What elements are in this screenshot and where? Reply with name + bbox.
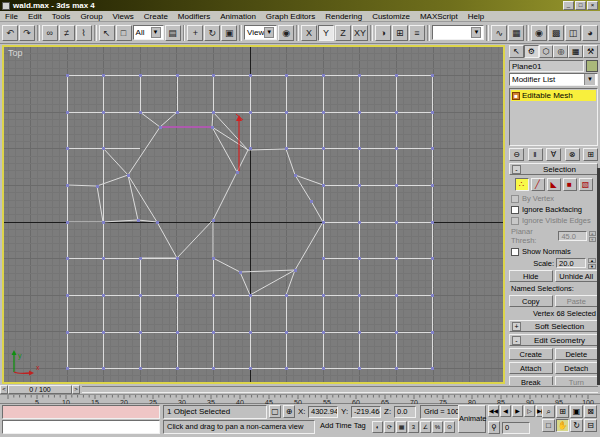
expand-icon[interactable]: + bbox=[512, 322, 521, 331]
x-coord-field[interactable]: 4302.948 bbox=[308, 406, 338, 418]
show-end-result-button[interactable]: ǁ bbox=[528, 148, 543, 161]
select-object-icon[interactable]: ↖ bbox=[99, 25, 115, 41]
use-pivot-point-icon[interactable]: ◉ bbox=[278, 25, 294, 41]
detach-button[interactable]: Detach bbox=[555, 362, 599, 374]
edit-geometry-header[interactable]: - Edit Geometry bbox=[509, 334, 598, 346]
selection-lock-icon[interactable]: ▢ bbox=[269, 405, 281, 418]
zoom-extents-icon[interactable]: ▣ bbox=[570, 405, 583, 418]
tab-motion[interactable]: ◎ bbox=[553, 45, 568, 58]
vertex-mode-button[interactable]: ∴ bbox=[515, 178, 529, 191]
menu-rendering[interactable]: Rendering bbox=[320, 12, 367, 21]
menu-maxscript[interactable]: MAXScript bbox=[415, 12, 463, 21]
maxscript-mini-listener-white[interactable] bbox=[2, 420, 160, 434]
maxscript-mini-listener-pink[interactable] bbox=[2, 405, 160, 419]
region-zoom-icon[interactable]: □ bbox=[542, 419, 555, 432]
schematic-view-icon[interactable]: ▦ bbox=[508, 25, 524, 41]
modifier-stack[interactable]: ■ Editable Mesh bbox=[509, 88, 598, 146]
menu-create[interactable]: Create bbox=[139, 12, 173, 21]
redo-icon[interactable]: ↷ bbox=[19, 25, 35, 41]
min-max-toggle-icon[interactable]: ⊟ bbox=[584, 419, 597, 432]
mirror-icon[interactable]: ◑ bbox=[375, 25, 391, 41]
reference-coordinate-combo[interactable]: View▼ bbox=[244, 25, 277, 40]
create-button[interactable]: Create bbox=[509, 348, 553, 360]
selection-rollout-header[interactable]: - Selection bbox=[509, 163, 598, 175]
selection-region-icon[interactable]: □ bbox=[116, 25, 132, 41]
viewport-canvas[interactable]: xy bbox=[4, 47, 503, 382]
attach-button[interactable]: Attach bbox=[509, 362, 553, 374]
tab-create[interactable]: ↖ bbox=[509, 45, 524, 58]
zoom-icon[interactable]: ⌕ bbox=[542, 405, 555, 418]
keymode-icon[interactable]: ▦ bbox=[396, 421, 407, 433]
percent-snap-icon[interactable]: % bbox=[432, 421, 443, 433]
play-button[interactable]: ▶ bbox=[512, 405, 523, 417]
select-and-rotate-icon[interactable]: ↻ bbox=[204, 25, 220, 41]
y-coord-field[interactable]: -219.464 bbox=[351, 406, 381, 418]
pan-icon[interactable]: ✋ bbox=[556, 419, 569, 432]
minimize-button[interactable]: _ bbox=[563, 1, 574, 10]
hide-button[interactable]: Hide bbox=[509, 270, 553, 282]
tab-display[interactable]: ▦ bbox=[568, 45, 583, 58]
maximize-button[interactable]: □ bbox=[575, 1, 586, 10]
arc-rotate-icon[interactable]: ↻ bbox=[570, 419, 583, 432]
z-coord-field[interactable]: 0.0 bbox=[394, 406, 416, 418]
remove-modifier-button[interactable]: ⊗ bbox=[565, 148, 580, 161]
menu-file[interactable]: File bbox=[0, 12, 23, 21]
delete-button[interactable]: Delete bbox=[555, 348, 599, 360]
make-unique-button[interactable]: ∀ bbox=[546, 148, 561, 161]
time-slider-handle[interactable]: 0 / 100 bbox=[8, 385, 72, 394]
menu-help[interactable]: Help bbox=[463, 12, 489, 21]
current-frame-field[interactable]: 0 bbox=[502, 422, 530, 434]
edge-mode-button[interactable]: ╱ bbox=[531, 178, 545, 191]
bind-to-space-warp-icon[interactable]: ⌇ bbox=[76, 25, 92, 41]
animate-button[interactable]: Animate bbox=[458, 405, 486, 433]
restrict-z-button[interactable]: Z bbox=[335, 25, 351, 41]
key-mode-icon[interactable]: ⚲ bbox=[488, 421, 500, 434]
menu-edit[interactable]: Edit bbox=[23, 12, 47, 21]
material-editor-icon[interactable]: ◉ bbox=[531, 25, 547, 41]
viewport-label[interactable]: Top bbox=[8, 48, 23, 58]
element-mode-button[interactable]: ▧ bbox=[579, 178, 593, 191]
time-prev-button[interactable]: < bbox=[0, 385, 8, 394]
cycle-icon[interactable]: ⟳ bbox=[384, 421, 395, 433]
select-and-link-icon[interactable]: ∞ bbox=[42, 25, 58, 41]
normals-scale-field[interactable]: Scale: 20.0 ▲▼ bbox=[511, 258, 598, 268]
face-mode-button[interactable]: ◣ bbox=[547, 178, 561, 191]
angle-snap-icon[interactable]: ∠ bbox=[420, 421, 431, 433]
array-icon[interactable]: ⊞ bbox=[392, 25, 408, 41]
track-bar[interactable]: 5101520253035404550556065707580859095100 bbox=[0, 394, 600, 404]
modifier-list-dropdown[interactable]: Modifier List ▼ bbox=[509, 73, 598, 86]
object-color-swatch[interactable] bbox=[586, 60, 598, 72]
unlink-selection-icon[interactable]: ≠ bbox=[59, 25, 75, 41]
copy-button[interactable]: Copy bbox=[509, 295, 553, 307]
null-tag-icon[interactable]: ◐ bbox=[372, 421, 383, 433]
viewport-top[interactable]: Top xy bbox=[2, 45, 505, 384]
tab-modify[interactable]: ⚙ bbox=[524, 45, 539, 58]
time-next-button[interactable]: > bbox=[72, 385, 80, 394]
stack-item-editable-mesh[interactable]: ■ Editable Mesh bbox=[511, 90, 596, 101]
zoom-extents-all-icon[interactable]: ⊠ bbox=[584, 405, 597, 418]
restrict-y-button[interactable]: Y bbox=[318, 25, 334, 41]
pin-stack-button[interactable]: ⊖ bbox=[509, 148, 524, 161]
undo-icon[interactable]: ↶ bbox=[2, 25, 18, 41]
tab-hierarchy[interactable]: ⬡ bbox=[539, 45, 554, 58]
ignore-backfacing-checkbox[interactable]: Ignore Backfacing bbox=[511, 205, 598, 214]
render-scene-icon[interactable]: ▩ bbox=[548, 25, 564, 41]
next-frame-button[interactable]: ▷ bbox=[524, 405, 535, 417]
menu-animation[interactable]: Animation bbox=[215, 12, 261, 21]
spinner-snap-icon[interactable]: ⊙ bbox=[444, 421, 455, 433]
spinner[interactable]: ▲▼ bbox=[588, 258, 596, 268]
unhide-all-button[interactable]: Unhide All bbox=[555, 270, 599, 282]
restrict-x-button[interactable]: X bbox=[301, 25, 317, 41]
configure-button[interactable]: ⊞ bbox=[583, 148, 598, 161]
show-normals-checkbox[interactable]: Show Normals bbox=[511, 247, 598, 256]
zoom-all-icon[interactable]: ⊞ bbox=[556, 405, 569, 418]
polygon-mode-button[interactable]: ■ bbox=[563, 178, 577, 191]
render-last-icon[interactable]: ◕ bbox=[582, 25, 598, 41]
render-type-icon[interactable]: ◫ bbox=[565, 25, 581, 41]
restrict-xy-button[interactable]: XY bbox=[352, 25, 368, 41]
tab-utilities[interactable]: ⚒ bbox=[583, 45, 598, 58]
menu-customize[interactable]: Customize bbox=[367, 12, 415, 21]
track-view-icon[interactable]: ∿ bbox=[491, 25, 507, 41]
go-to-start-button[interactable]: ◀◀ bbox=[488, 405, 499, 417]
named-selection-combo[interactable]: ▼ bbox=[432, 25, 485, 40]
